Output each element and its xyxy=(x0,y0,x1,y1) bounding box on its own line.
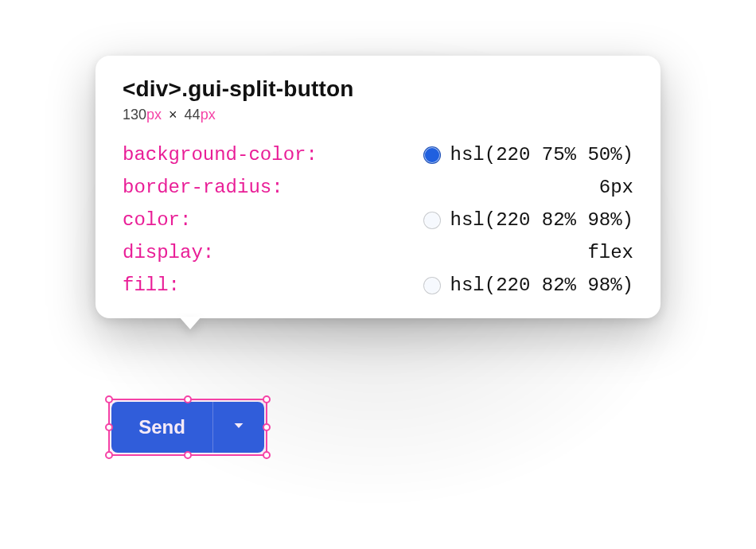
tooltip-title: <div>.gui-split-button xyxy=(123,76,633,102)
prop-value-text: 6px xyxy=(599,177,633,198)
stage: <div>.gui-split-button 130px × 44px back… xyxy=(0,0,756,549)
prop-colon: : xyxy=(180,209,191,231)
dim-height-unit: px xyxy=(201,107,216,123)
dim-width-unit: px xyxy=(146,107,162,123)
chevron-down-icon xyxy=(231,418,247,437)
dim-height-num: 44 xyxy=(185,107,201,123)
prop-row: color: hsl(220 82% 98%) xyxy=(123,209,633,231)
color-swatch-icon xyxy=(423,146,441,164)
prop-colon: : xyxy=(271,177,283,198)
split-dropdown-button[interactable] xyxy=(213,402,264,453)
dim-separator: × xyxy=(166,107,181,123)
prop-value-text: hsl(220 82% 98%) xyxy=(450,209,633,231)
element-tooltip: <div>.gui-split-button 130px × 44px back… xyxy=(95,56,661,318)
selector-tag: <div> xyxy=(123,76,181,101)
prop-colon: : xyxy=(306,144,317,165)
prop-value: hsl(220 82% 98%) xyxy=(423,209,633,231)
prop-row: fill: hsl(220 82% 98%) xyxy=(123,274,633,296)
prop-value-text: hsl(220 82% 98%) xyxy=(450,274,633,296)
prop-name: border-radius xyxy=(123,177,271,198)
prop-colon: : xyxy=(203,242,214,263)
style-properties: background-color: hsl(220 75% 50%) borde… xyxy=(123,144,633,296)
prop-value: flex xyxy=(587,242,633,263)
dim-width-num: 130 xyxy=(123,107,146,123)
prop-name: fill xyxy=(123,274,169,296)
prop-row: border-radius: 6px xyxy=(123,177,633,198)
split-button[interactable]: Send xyxy=(111,402,264,453)
prop-value: hsl(220 75% 50%) xyxy=(423,144,633,165)
prop-row: display: flex xyxy=(123,242,633,263)
prop-value-text: flex xyxy=(587,242,633,263)
prop-row: background-color: hsl(220 75% 50%) xyxy=(123,144,633,165)
selector-class: .gui-split-button xyxy=(181,76,353,101)
prop-value-text: hsl(220 75% 50%) xyxy=(450,144,633,165)
send-button[interactable]: Send xyxy=(111,402,213,453)
prop-name: color xyxy=(123,209,180,231)
prop-value: hsl(220 82% 98%) xyxy=(423,274,633,296)
prop-colon: : xyxy=(169,274,180,296)
tooltip-dimensions: 130px × 44px xyxy=(123,107,633,123)
prop-name: display xyxy=(123,242,203,263)
color-swatch-icon xyxy=(423,277,441,294)
prop-name: background-color xyxy=(123,144,306,165)
send-button-label: Send xyxy=(138,416,185,438)
color-swatch-icon xyxy=(423,212,441,229)
prop-value: 6px xyxy=(599,177,633,198)
